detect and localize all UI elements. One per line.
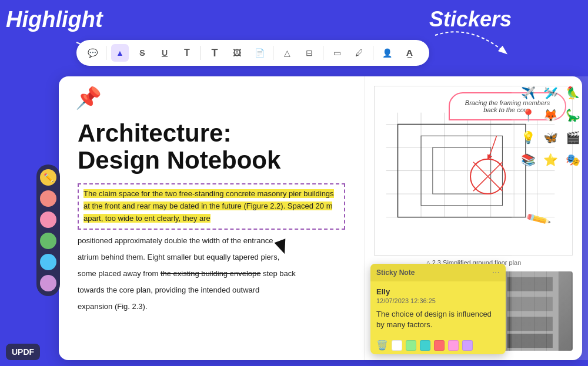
pencil-tool[interactable]: ✏️ [40, 169, 56, 186]
sticky-date: 12/07/2023 12:36:25 [376, 297, 500, 304]
sticky-author: Elly [376, 287, 500, 296]
sticky-dots: ··· [492, 267, 500, 278]
color-red[interactable] [434, 340, 445, 351]
sticker-plane2[interactable]: 🛩️ [541, 83, 560, 102]
sticker-art[interactable]: 🎭 [563, 150, 582, 169]
text-color-button[interactable]: A̲ [400, 44, 418, 62]
divider4 [323, 46, 323, 60]
divider5 [373, 46, 373, 60]
color-purple[interactable] [40, 275, 56, 291]
color-pink[interactable] [40, 211, 56, 228]
sticker-dino[interactable]: 🦕 [563, 106, 582, 125]
sticker-books[interactable]: 📚 [519, 150, 537, 169]
color-red[interactable] [40, 190, 56, 207]
underline-button[interactable]: U [156, 44, 173, 62]
highlighted-text-block: The claim space for the two free-standin… [78, 183, 345, 229]
body-text-2: atrium behind them. Eight smaller but eq… [78, 251, 345, 264]
user-button[interactable]: 👤 [378, 44, 396, 62]
body-text-1: positioned approximately double the widt… [78, 234, 345, 247]
strikethrough-text: the existing building envelope [161, 269, 261, 278]
strikethrough-button[interactable]: S [133, 44, 151, 62]
doc-title: Architecture: Design Notebook [78, 120, 345, 174]
sticker-butterfly[interactable]: 🦋 [541, 128, 560, 147]
highlight-label: Highlight [6, 7, 103, 32]
text-button[interactable]: T [178, 44, 196, 62]
comment-button[interactable]: 💬 [83, 44, 101, 62]
toolbar: 💬 ▲ S U T T 🖼 📄 △ ⊟ ▭ 🖊 👤 A̲ [76, 40, 429, 66]
color-green[interactable] [406, 340, 416, 351]
sticky-content: The choice of design is influenced by ma… [376, 309, 500, 330]
sticker-fox[interactable]: 🦊 [541, 106, 560, 125]
sticky-note-footer: 🗑️ [370, 336, 506, 354]
layout-button[interactable]: ⊟ [300, 44, 318, 62]
highlight-button[interactable]: ▲ [111, 44, 129, 62]
color-pink[interactable] [448, 340, 459, 351]
body-text-5: expansion (Fig. 2.3). [78, 300, 345, 313]
divider2 [201, 46, 201, 60]
body-text-3: some placed away from the existing build… [78, 267, 345, 280]
color-cyan[interactable] [40, 254, 56, 270]
sticky-note-body: Elly 12/07/2023 12:36:25 The choice of d… [370, 281, 506, 336]
image2-button[interactable]: 📄 [250, 44, 268, 62]
sticker-film[interactable]: 🎬 [563, 128, 582, 147]
divider3 [273, 46, 273, 60]
sticky-note-header: Sticky Note ··· [370, 264, 506, 281]
sticker-pin[interactable]: 📍 [519, 106, 537, 125]
divider [106, 46, 106, 60]
color-purple[interactable] [462, 340, 473, 351]
color-cyan[interactable] [420, 340, 430, 351]
bold-text-button[interactable]: T [206, 44, 223, 62]
stickers-label: Stickers [429, 7, 512, 32]
triangle-button[interactable]: △ [278, 44, 296, 62]
sticker-plane[interactable]: ✈️ [519, 83, 537, 102]
sticker-bird[interactable]: 🦜 [563, 83, 582, 102]
trash-icon[interactable]: 🗑️ [376, 340, 388, 351]
stickers-panel: ✈️ 🛩️ 🦜 📍 🦊 🦕 💡 🦋 🎬 📚 ⭐ 🎭 [512, 76, 588, 360]
sticky-note-title: Sticky Note [376, 268, 415, 277]
pen-button[interactable]: 🖊 [350, 44, 368, 62]
sticky-note: Sticky Note ··· Elly 12/07/2023 12:36:25… [370, 264, 506, 354]
updf-logo: UPDF [6, 344, 40, 360]
body-text-4: towards the core plan, providing the int… [78, 284, 345, 297]
sticker-star[interactable]: ⭐ [541, 150, 560, 169]
color-sidebar: ✏️ [36, 164, 60, 296]
highlighted-text: The claim space for the two free-standin… [83, 189, 334, 223]
rect-button[interactable]: ▭ [328, 44, 346, 62]
image-button[interactable]: 🖼 [228, 44, 246, 62]
color-green[interactable] [40, 233, 56, 249]
sticker-bulb[interactable]: 💡 [519, 128, 537, 147]
color-white[interactable] [392, 340, 402, 351]
doc-left: 📌 Architecture: Design Notebook The clai… [59, 76, 365, 360]
pin-icon: 📌 [75, 86, 102, 110]
